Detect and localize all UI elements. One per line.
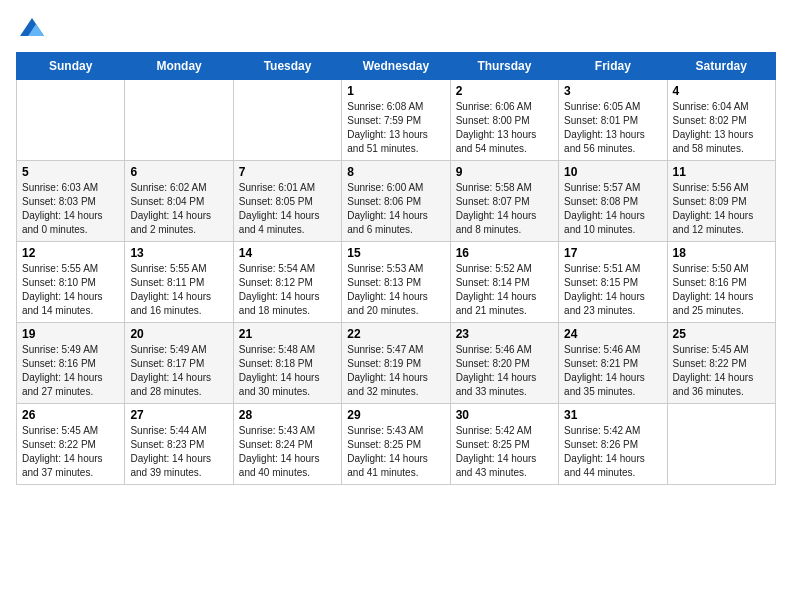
day-number: 4 [673, 84, 770, 98]
day-info: Sunrise: 6:03 AMSunset: 8:03 PMDaylight:… [22, 181, 119, 237]
table-row: 14 Sunrise: 5:54 AMSunset: 8:12 PMDaylig… [233, 242, 341, 323]
day-info: Sunrise: 5:51 AMSunset: 8:15 PMDaylight:… [564, 262, 661, 318]
table-row [667, 404, 775, 485]
table-row: 30 Sunrise: 5:42 AMSunset: 8:25 PMDaylig… [450, 404, 558, 485]
day-number: 26 [22, 408, 119, 422]
table-row: 3 Sunrise: 6:05 AMSunset: 8:01 PMDayligh… [559, 80, 667, 161]
header-thursday: Thursday [450, 53, 558, 80]
day-number: 22 [347, 327, 444, 341]
table-row: 8 Sunrise: 6:00 AMSunset: 8:06 PMDayligh… [342, 161, 450, 242]
day-info: Sunrise: 5:50 AMSunset: 8:16 PMDaylight:… [673, 262, 770, 318]
day-info: Sunrise: 6:04 AMSunset: 8:02 PMDaylight:… [673, 100, 770, 156]
header-sunday: Sunday [17, 53, 125, 80]
table-row: 2 Sunrise: 6:06 AMSunset: 8:00 PMDayligh… [450, 80, 558, 161]
header-saturday: Saturday [667, 53, 775, 80]
day-number: 14 [239, 246, 336, 260]
day-number: 2 [456, 84, 553, 98]
table-row: 12 Sunrise: 5:55 AMSunset: 8:10 PMDaylig… [17, 242, 125, 323]
day-number: 12 [22, 246, 119, 260]
day-info: Sunrise: 5:42 AMSunset: 8:25 PMDaylight:… [456, 424, 553, 480]
page-header [16, 16, 776, 44]
day-info: Sunrise: 5:57 AMSunset: 8:08 PMDaylight:… [564, 181, 661, 237]
week-row-4: 26 Sunrise: 5:45 AMSunset: 8:22 PMDaylig… [17, 404, 776, 485]
table-row: 10 Sunrise: 5:57 AMSunset: 8:08 PMDaylig… [559, 161, 667, 242]
table-row [233, 80, 341, 161]
day-info: Sunrise: 5:53 AMSunset: 8:13 PMDaylight:… [347, 262, 444, 318]
logo-icon [18, 16, 46, 44]
day-number: 23 [456, 327, 553, 341]
day-number: 20 [130, 327, 227, 341]
day-number: 6 [130, 165, 227, 179]
week-row-0: 1 Sunrise: 6:08 AMSunset: 7:59 PMDayligh… [17, 80, 776, 161]
header-friday: Friday [559, 53, 667, 80]
day-number: 15 [347, 246, 444, 260]
table-row: 20 Sunrise: 5:49 AMSunset: 8:17 PMDaylig… [125, 323, 233, 404]
week-row-3: 19 Sunrise: 5:49 AMSunset: 8:16 PMDaylig… [17, 323, 776, 404]
logo [16, 16, 46, 44]
table-row: 7 Sunrise: 6:01 AMSunset: 8:05 PMDayligh… [233, 161, 341, 242]
table-row: 21 Sunrise: 5:48 AMSunset: 8:18 PMDaylig… [233, 323, 341, 404]
calendar-table: Sunday Monday Tuesday Wednesday Thursday… [16, 52, 776, 485]
day-number: 9 [456, 165, 553, 179]
day-number: 3 [564, 84, 661, 98]
day-number: 8 [347, 165, 444, 179]
table-row: 13 Sunrise: 5:55 AMSunset: 8:11 PMDaylig… [125, 242, 233, 323]
day-number: 31 [564, 408, 661, 422]
day-number: 24 [564, 327, 661, 341]
day-number: 25 [673, 327, 770, 341]
day-info: Sunrise: 5:55 AMSunset: 8:10 PMDaylight:… [22, 262, 119, 318]
table-row: 19 Sunrise: 5:49 AMSunset: 8:16 PMDaylig… [17, 323, 125, 404]
day-info: Sunrise: 5:45 AMSunset: 8:22 PMDaylight:… [673, 343, 770, 399]
day-info: Sunrise: 6:01 AMSunset: 8:05 PMDaylight:… [239, 181, 336, 237]
day-info: Sunrise: 6:00 AMSunset: 8:06 PMDaylight:… [347, 181, 444, 237]
day-number: 19 [22, 327, 119, 341]
day-info: Sunrise: 5:43 AMSunset: 8:24 PMDaylight:… [239, 424, 336, 480]
week-row-1: 5 Sunrise: 6:03 AMSunset: 8:03 PMDayligh… [17, 161, 776, 242]
table-row: 1 Sunrise: 6:08 AMSunset: 7:59 PMDayligh… [342, 80, 450, 161]
day-number: 16 [456, 246, 553, 260]
day-info: Sunrise: 5:58 AMSunset: 8:07 PMDaylight:… [456, 181, 553, 237]
header-monday: Monday [125, 53, 233, 80]
table-row: 11 Sunrise: 5:56 AMSunset: 8:09 PMDaylig… [667, 161, 775, 242]
day-number: 17 [564, 246, 661, 260]
day-info: Sunrise: 5:55 AMSunset: 8:11 PMDaylight:… [130, 262, 227, 318]
day-number: 5 [22, 165, 119, 179]
day-info: Sunrise: 6:02 AMSunset: 8:04 PMDaylight:… [130, 181, 227, 237]
table-row: 25 Sunrise: 5:45 AMSunset: 8:22 PMDaylig… [667, 323, 775, 404]
day-number: 30 [456, 408, 553, 422]
table-row: 27 Sunrise: 5:44 AMSunset: 8:23 PMDaylig… [125, 404, 233, 485]
day-number: 27 [130, 408, 227, 422]
day-info: Sunrise: 5:54 AMSunset: 8:12 PMDaylight:… [239, 262, 336, 318]
day-info: Sunrise: 5:45 AMSunset: 8:22 PMDaylight:… [22, 424, 119, 480]
week-row-2: 12 Sunrise: 5:55 AMSunset: 8:10 PMDaylig… [17, 242, 776, 323]
day-number: 28 [239, 408, 336, 422]
table-row: 6 Sunrise: 6:02 AMSunset: 8:04 PMDayligh… [125, 161, 233, 242]
day-info: Sunrise: 5:46 AMSunset: 8:20 PMDaylight:… [456, 343, 553, 399]
day-number: 7 [239, 165, 336, 179]
table-row: 22 Sunrise: 5:47 AMSunset: 8:19 PMDaylig… [342, 323, 450, 404]
table-row: 24 Sunrise: 5:46 AMSunset: 8:21 PMDaylig… [559, 323, 667, 404]
day-number: 1 [347, 84, 444, 98]
day-info: Sunrise: 5:49 AMSunset: 8:16 PMDaylight:… [22, 343, 119, 399]
table-row: 9 Sunrise: 5:58 AMSunset: 8:07 PMDayligh… [450, 161, 558, 242]
day-info: Sunrise: 5:56 AMSunset: 8:09 PMDaylight:… [673, 181, 770, 237]
day-info: Sunrise: 6:05 AMSunset: 8:01 PMDaylight:… [564, 100, 661, 156]
day-info: Sunrise: 5:46 AMSunset: 8:21 PMDaylight:… [564, 343, 661, 399]
table-row: 28 Sunrise: 5:43 AMSunset: 8:24 PMDaylig… [233, 404, 341, 485]
table-row: 15 Sunrise: 5:53 AMSunset: 8:13 PMDaylig… [342, 242, 450, 323]
day-info: Sunrise: 5:43 AMSunset: 8:25 PMDaylight:… [347, 424, 444, 480]
day-info: Sunrise: 5:44 AMSunset: 8:23 PMDaylight:… [130, 424, 227, 480]
table-row: 29 Sunrise: 5:43 AMSunset: 8:25 PMDaylig… [342, 404, 450, 485]
header-tuesday: Tuesday [233, 53, 341, 80]
header-wednesday: Wednesday [342, 53, 450, 80]
day-number: 13 [130, 246, 227, 260]
day-info: Sunrise: 5:52 AMSunset: 8:14 PMDaylight:… [456, 262, 553, 318]
table-row: 23 Sunrise: 5:46 AMSunset: 8:20 PMDaylig… [450, 323, 558, 404]
day-number: 29 [347, 408, 444, 422]
day-info: Sunrise: 6:06 AMSunset: 8:00 PMDaylight:… [456, 100, 553, 156]
day-number: 10 [564, 165, 661, 179]
day-info: Sunrise: 5:48 AMSunset: 8:18 PMDaylight:… [239, 343, 336, 399]
table-row: 18 Sunrise: 5:50 AMSunset: 8:16 PMDaylig… [667, 242, 775, 323]
table-row: 31 Sunrise: 5:42 AMSunset: 8:26 PMDaylig… [559, 404, 667, 485]
day-number: 18 [673, 246, 770, 260]
